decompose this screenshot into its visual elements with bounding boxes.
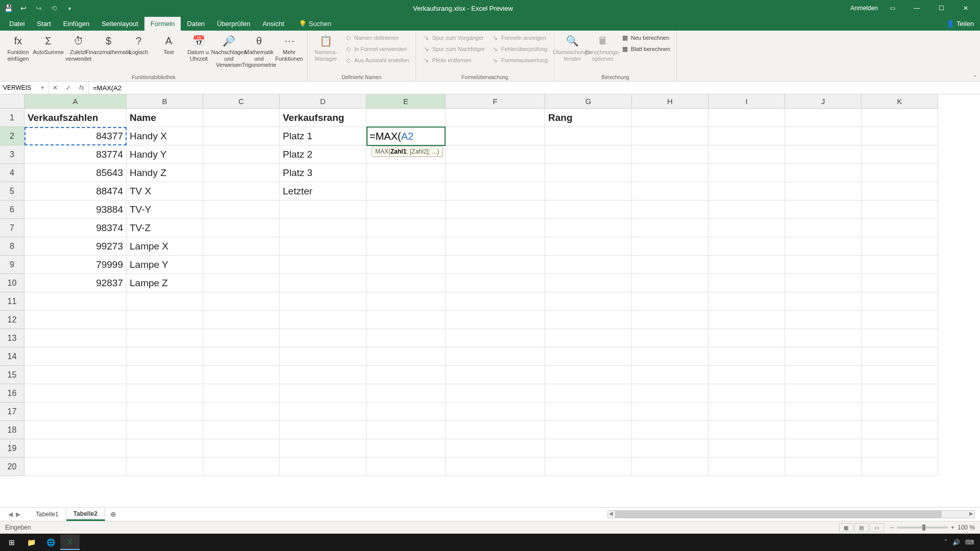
row-header-18[interactable]: 18 [0,421,24,439]
ribbon-tab-datei[interactable]: Datei [3,17,31,31]
cell-B5[interactable]: TV X [127,182,203,201]
cell-D14[interactable] [280,347,366,366]
cell-K5[interactable] [862,182,938,201]
cell-D6[interactable] [280,201,366,219]
cell-F4[interactable] [446,164,545,182]
cell-F14[interactable] [446,347,545,366]
cell-E19[interactable] [366,439,446,458]
cell-C19[interactable] [203,439,280,458]
row-header-9[interactable]: 9 [0,256,24,274]
fx-icon[interactable]: fx [75,84,88,91]
cell-H20[interactable] [632,458,708,476]
cell-E6[interactable] [366,201,446,219]
row-header-17[interactable]: 17 [0,403,24,421]
cell-E13[interactable] [366,329,446,347]
column-header-G[interactable]: G [545,94,632,109]
cell-B3[interactable]: Handy Y [127,145,203,164]
cell-J10[interactable] [785,274,862,292]
scroll-right-icon[interactable]: ▶ [969,511,973,516]
column-header-E[interactable]: E [366,94,446,109]
cell-H15[interactable] [632,366,708,384]
cell-I10[interactable] [708,274,785,292]
cell-C10[interactable] [203,274,280,292]
cell-C1[interactable] [203,109,280,127]
save-icon[interactable]: 💾 [2,2,14,14]
view-page-layout-icon[interactable]: ▤ [854,523,869,532]
row-header-6[interactable]: 6 [0,201,24,219]
row-header-1[interactable]: 1 [0,109,24,127]
ribbon-btn-blatt-berechnen[interactable]: ▦Blatt berechnen [619,44,672,54]
cell-I4[interactable] [708,164,785,182]
sheet-nav-prev-icon[interactable]: ◀ [8,511,13,518]
cell-D13[interactable] [280,329,366,347]
cell-K3[interactable] [862,145,938,164]
share-button[interactable]: 👤 Teilen [940,17,980,31]
cell-J6[interactable] [785,201,862,219]
cell-H10[interactable] [632,274,708,292]
cell-B18[interactable] [127,421,203,439]
cell-F3[interactable] [446,145,545,164]
cell-B9[interactable]: Lampe Y [127,256,203,274]
tell-me-search[interactable]: 💡 Suchen [293,17,336,31]
cell-B11[interactable] [127,292,203,311]
repeat-icon[interactable]: ⟲ [48,2,60,14]
scrollbar-thumb[interactable] [615,511,942,518]
cell-D1[interactable]: Verkaufsrang [280,109,366,127]
cell-B20[interactable] [127,458,203,476]
ribbon-tab-überprüfen[interactable]: Überprüfen [211,17,256,31]
cell-K7[interactable] [862,219,938,237]
cell-A16[interactable] [24,384,127,403]
cell-K9[interactable] [862,256,938,274]
row-header-10[interactable]: 10 [0,274,24,292]
cell-D4[interactable]: Platz 3 [280,164,366,182]
cell-J7[interactable] [785,219,862,237]
ribbon-btn-neu-berechnen[interactable]: ▦Neu berechnen [619,33,672,43]
cell-K17[interactable] [862,403,938,421]
cell-J8[interactable] [785,237,862,256]
ribbon-tab-daten[interactable]: Daten [181,17,211,31]
cell-C11[interactable] [203,292,280,311]
cell-I1[interactable] [708,109,785,127]
cell-K15[interactable] [862,366,938,384]
cell-F8[interactable] [446,237,545,256]
cell-J3[interactable] [785,145,862,164]
cell-A17[interactable] [24,403,127,421]
cell-F16[interactable] [446,384,545,403]
cell-J2[interactable] [785,127,862,145]
cell-A19[interactable] [24,439,127,458]
cell-G5[interactable] [545,182,632,201]
cell-A6[interactable]: 93884 [24,201,127,219]
cell-D15[interactable] [280,366,366,384]
cell-K11[interactable] [862,292,938,311]
cell-C20[interactable] [203,458,280,476]
cell-F13[interactable] [446,329,545,347]
cell-H17[interactable] [632,403,708,421]
cell-D17[interactable] [280,403,366,421]
cell-H11[interactable] [632,292,708,311]
tray-lang-icon[interactable]: ⌨ [965,539,974,546]
cell-G2[interactable] [545,127,632,145]
cell-B8[interactable]: Lampe X [127,237,203,256]
add-sheet-button[interactable]: ⊕ [105,510,121,518]
close-icon[interactable]: ✕ [955,2,976,14]
row-header-14[interactable]: 14 [0,347,24,366]
cell-B14[interactable] [127,347,203,366]
cell-B1[interactable]: Name [127,109,203,127]
cell-E5[interactable] [366,182,446,201]
row-header-12[interactable]: 12 [0,311,24,329]
cell-K13[interactable] [862,329,938,347]
cell-D16[interactable] [280,384,366,403]
undo-icon[interactable]: ↩ [17,2,30,14]
cell-K16[interactable] [862,384,938,403]
ribbon-tab-formeln[interactable]: Formeln [144,17,181,31]
column-header-I[interactable]: I [708,94,785,109]
cell-B7[interactable]: TV-Z [127,219,203,237]
row-header-5[interactable]: 5 [0,182,24,201]
cell-A9[interactable]: 79999 [24,256,127,274]
horizontal-scrollbar[interactable]: ◀ ▶ [607,510,975,518]
cell-G10[interactable] [545,274,632,292]
column-header-A[interactable]: A [24,94,127,109]
cell-H8[interactable] [632,237,708,256]
volume-icon[interactable]: 🔊 [952,539,960,546]
cell-H3[interactable] [632,145,708,164]
